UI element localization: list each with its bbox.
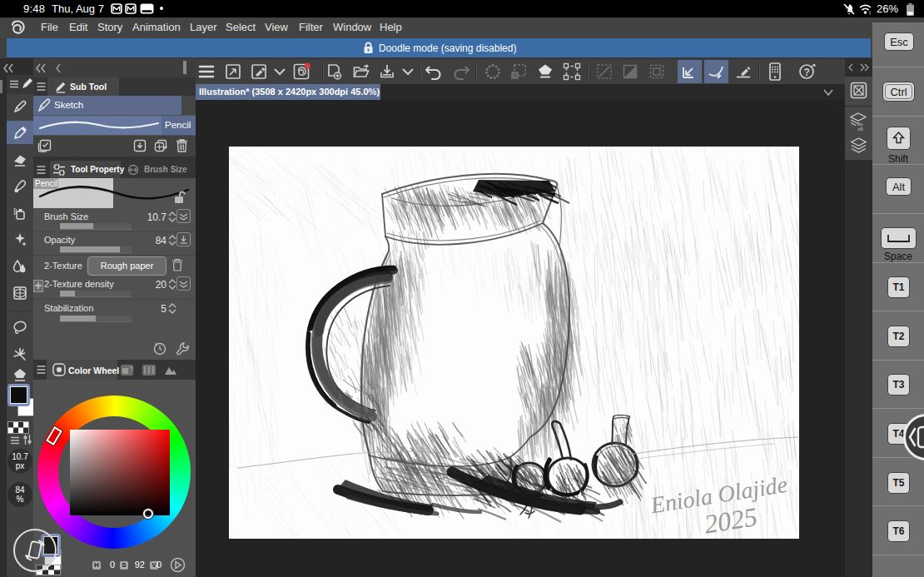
- svg-text:!: !: [869, 10, 871, 16]
- svg-text:?: ?: [804, 67, 810, 78]
- svg-text:xO: xO: [857, 127, 863, 132]
